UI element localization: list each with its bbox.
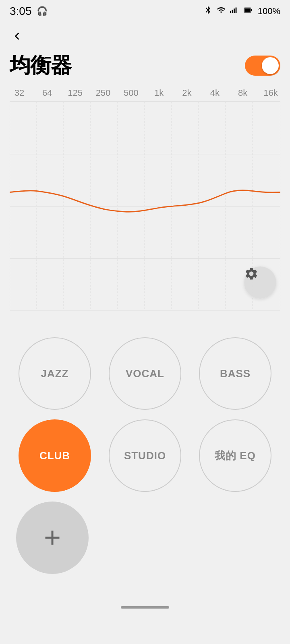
svg-rect-1: [232, 10, 233, 13]
svg-rect-3: [235, 8, 236, 13]
preset-my-eq-label: 我的 EQ: [215, 449, 256, 463]
headphone-icon: 🎧: [37, 6, 48, 17]
preset-bass-label: BASS: [220, 367, 251, 380]
wifi-icon: [217, 6, 226, 17]
freq-125: 125: [67, 88, 83, 98]
toggle-track: [245, 56, 280, 76]
preset-vocal[interactable]: VOCAL: [109, 337, 181, 410]
preset-jazz-label: JAZZ: [41, 367, 69, 380]
freq-4k: 4k: [207, 88, 223, 98]
svg-rect-0: [230, 11, 231, 13]
status-time: 3:05: [10, 5, 32, 18]
freq-labels: 32 64 125 250 500 1k 2k 4k 8k 16k: [10, 88, 280, 98]
page-header: 均衡器: [0, 47, 290, 88]
preset-jazz[interactable]: JAZZ: [19, 337, 91, 410]
preset-studio[interactable]: STUDIO: [109, 419, 181, 492]
preset-my-eq[interactable]: 我的 EQ: [199, 419, 271, 492]
back-button[interactable]: [0, 21, 290, 47]
preset-club-label: CLUB: [39, 450, 70, 462]
battery-percentage: 100%: [258, 6, 280, 17]
freq-500: 500: [123, 88, 139, 98]
home-indicator: [121, 606, 169, 609]
presets-section: JAZZ VOCAL BASS CLUB STUDIO 我的 EQ: [0, 329, 290, 592]
freq-64: 64: [39, 88, 55, 98]
svg-rect-2: [234, 8, 235, 13]
preset-bass[interactable]: BASS: [199, 337, 271, 410]
freq-8k: 8k: [235, 88, 251, 98]
freq-2k: 2k: [179, 88, 195, 98]
eq-grid: [10, 101, 280, 311]
battery-icon: [242, 6, 254, 17]
toggle-thumb: [262, 57, 279, 74]
bluetooth-icon: [204, 6, 213, 17]
bottom-indicator: [0, 600, 290, 615]
freq-32: 32: [11, 88, 27, 98]
presets-row-2: CLUB STUDIO 我的 EQ: [10, 419, 280, 492]
eq-settings-button[interactable]: [244, 266, 276, 299]
preset-studio-label: STUDIO: [124, 450, 166, 462]
presets-row-1: JAZZ VOCAL BASS: [10, 337, 280, 410]
signal-icon: [230, 6, 238, 17]
eq-toggle[interactable]: [245, 56, 280, 76]
preset-vocal-label: VOCAL: [126, 367, 164, 380]
svg-rect-5: [244, 8, 251, 12]
add-preset-button[interactable]: [16, 502, 89, 574]
page-title: 均衡器: [10, 52, 71, 80]
freq-250: 250: [95, 88, 111, 98]
status-icons: 100%: [204, 6, 280, 17]
freq-1k: 1k: [151, 88, 167, 98]
add-preset-row: [10, 502, 280, 574]
eq-chart: 32 64 125 250 500 1k 2k 4k 8k 16k: [10, 88, 280, 329]
preset-club[interactable]: CLUB: [19, 419, 91, 492]
status-bar: 3:05 🎧 100%: [0, 0, 290, 21]
freq-16k: 16k: [263, 88, 279, 98]
